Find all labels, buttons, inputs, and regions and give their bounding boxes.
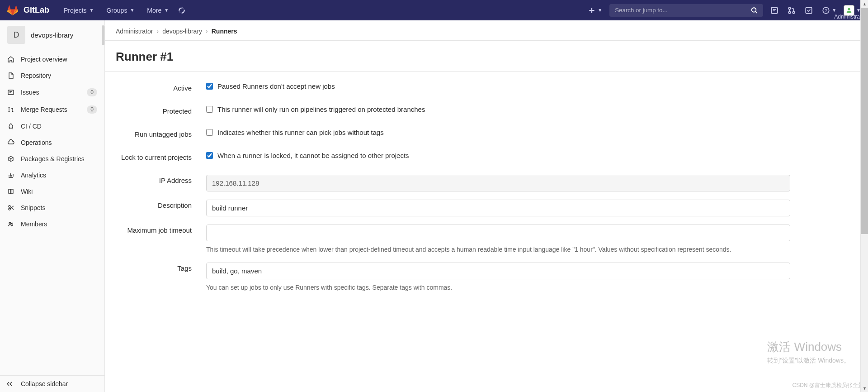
sidebar-item-operations[interactable]: Operations <box>0 134 104 151</box>
svg-point-9 <box>9 107 10 109</box>
svg-point-12 <box>9 206 10 207</box>
sidebar-item-ci-cd[interactable]: CI / CD <box>0 118 104 134</box>
members-icon <box>7 220 14 228</box>
project-name: devops-library <box>31 31 73 39</box>
svg-point-7 <box>848 8 850 10</box>
sidebar-item-label: CI / CD <box>21 123 97 130</box>
sidebar-item-issues[interactable]: Issues0 <box>0 84 104 101</box>
breadcrumb-admin[interactable]: Administrator <box>116 28 153 35</box>
chevron-down-icon: ▼ <box>164 8 169 13</box>
help-tags: You can set up jobs to only use Runners … <box>206 283 790 292</box>
scroll-down-arrow[interactable]: ▼ <box>861 384 868 392</box>
sidebar-item-label: Packages & Registries <box>21 155 97 163</box>
label-protected: Protected <box>116 105 206 115</box>
desc-active: Paused Runners don't accept new jobs <box>217 82 335 90</box>
sidebar-scroll-indicator <box>102 25 104 45</box>
collapse-icon <box>7 380 14 387</box>
sidebar-item-label: Operations <box>21 139 97 146</box>
help-timeout: This timeout will take precedence when l… <box>206 245 790 254</box>
nav-more[interactable]: More ▼ <box>142 3 174 18</box>
count-badge: 0 <box>87 105 97 114</box>
page-title: Runner #1 <box>105 41 868 72</box>
sidebar: D devops-library Project overviewReposit… <box>0 20 105 392</box>
chevron-right-icon: › <box>206 28 208 35</box>
main-content: Administrator › devops-library › Runners… <box>105 20 868 392</box>
project-header[interactable]: D devops-library <box>0 20 104 49</box>
breadcrumb-runners[interactable]: Runners <box>212 28 237 35</box>
checkbox-lock[interactable] <box>206 152 213 159</box>
label-active: Active <box>116 82 206 92</box>
sidebar-item-wiki[interactable]: Wiki <box>0 183 104 200</box>
sidebar-item-repository[interactable]: Repository <box>0 67 104 84</box>
todos-icon[interactable] <box>803 5 815 16</box>
breadcrumb-project[interactable]: devops-library <box>162 28 202 35</box>
merge-icon <box>7 106 14 113</box>
svg-point-11 <box>12 111 14 112</box>
chevron-down-icon: ▼ <box>598 8 602 13</box>
top-navbar: GitLab Projects ▼ Groups ▼ More ▼ ▼ ?▼ ▼… <box>0 0 868 20</box>
sidebar-item-label: Repository <box>21 72 97 79</box>
svg-point-1 <box>788 7 791 10</box>
input-ip <box>206 175 790 191</box>
issues-icon <box>7 89 14 96</box>
svg-point-14 <box>9 222 11 224</box>
project-avatar: D <box>7 26 25 44</box>
scissors-icon <box>7 204 14 211</box>
desc-lock: When a runner is locked, it cannot be as… <box>217 152 409 159</box>
chevron-right-icon: › <box>156 28 159 35</box>
sidebar-item-label: Project overview <box>21 56 97 63</box>
collapse-sidebar[interactable]: Collapse sidebar <box>0 376 104 392</box>
svg-point-3 <box>793 11 795 14</box>
label-description: Description <box>116 200 206 209</box>
label-ip: IP Address <box>116 175 206 184</box>
checkbox-untagged[interactable] <box>206 129 213 136</box>
svg-text:?: ? <box>825 8 827 13</box>
label-lock: Lock to current projects <box>116 152 206 161</box>
sidebar-item-label: Snippets <box>21 204 97 211</box>
nav-projects[interactable]: Projects ▼ <box>58 3 99 18</box>
sidebar-item-snippets[interactable]: Snippets <box>0 200 104 216</box>
vertical-scrollbar[interactable]: ▲ ▼ <box>860 0 868 392</box>
svg-rect-8 <box>8 90 14 95</box>
sidebar-item-project-overview[interactable]: Project overview <box>0 51 104 67</box>
search-icon <box>751 7 758 14</box>
checkbox-protected[interactable] <box>206 106 213 113</box>
plus-icon[interactable]: ▼ <box>586 5 604 16</box>
input-tags[interactable] <box>206 263 790 279</box>
search-input[interactable] <box>615 7 751 14</box>
search-box[interactable] <box>609 4 763 17</box>
chevron-down-icon: ▼ <box>90 8 94 13</box>
merge-request-icon[interactable] <box>786 5 797 16</box>
home-icon <box>7 56 14 63</box>
chart-icon <box>7 172 14 179</box>
wrench-icon[interactable] <box>176 5 188 16</box>
label-untagged: Run untagged jobs <box>116 129 206 138</box>
scroll-up-arrow[interactable]: ▲ <box>861 0 868 8</box>
package-icon <box>7 155 14 163</box>
cloud-icon <box>7 139 14 146</box>
sidebar-item-packages-registries[interactable]: Packages & Registries <box>0 151 104 167</box>
input-description[interactable] <box>206 200 790 216</box>
gitlab-logo-icon[interactable] <box>7 5 18 16</box>
input-timeout[interactable] <box>206 225 790 241</box>
checkbox-active[interactable] <box>206 83 213 90</box>
svg-point-2 <box>788 11 791 14</box>
sidebar-item-label: Issues <box>21 89 80 96</box>
count-badge: 0 <box>87 88 97 96</box>
desc-protected: This runner will only run on pipelines t… <box>217 105 425 113</box>
sidebar-item-merge-requests[interactable]: Merge Requests0 <box>0 101 104 118</box>
book-icon <box>7 188 14 195</box>
breadcrumb: Administrator › devops-library › Runners <box>105 20 868 41</box>
label-tags: Tags <box>116 263 206 272</box>
brand-name[interactable]: GitLab <box>24 5 49 15</box>
sidebar-item-label: Wiki <box>21 188 97 195</box>
issues-icon[interactable] <box>769 5 780 16</box>
svg-point-15 <box>12 223 13 225</box>
scroll-thumb[interactable] <box>861 8 868 234</box>
nav-groups[interactable]: Groups ▼ <box>101 3 140 18</box>
svg-point-10 <box>9 111 10 112</box>
sidebar-item-members[interactable]: Members <box>0 216 104 232</box>
sidebar-item-analytics[interactable]: Analytics <box>0 167 104 183</box>
sidebar-item-label: Merge Requests <box>21 106 80 113</box>
label-timeout: Maximum job timeout <box>116 225 206 234</box>
